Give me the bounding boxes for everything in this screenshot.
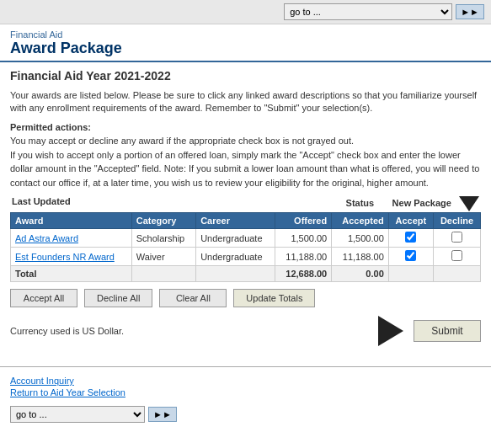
currency-text: Currency used is US Dollar.: [10, 326, 124, 336]
main-content: Financial Aid Year 2021-2022 Your awards…: [0, 62, 491, 361]
th-offered: Offered: [275, 213, 332, 229]
th-career: Career: [196, 213, 275, 229]
top-goto-button[interactable]: ►►: [456, 4, 484, 19]
cell-total-label: Total: [11, 266, 132, 282]
th-category: Category: [131, 213, 195, 229]
permitted-text1: You may accept or decline any award if t…: [10, 136, 354, 146]
cell-accept-checkbox: [388, 248, 433, 266]
col-headers-wrapper: Last Updated Status New Package: [10, 196, 481, 211]
page-header: Financial Aid Award Package: [0, 24, 491, 62]
col-header-status-new: Status New Package: [346, 196, 479, 211]
aid-year-title: Financial Aid Year 2021-2022: [10, 69, 481, 83]
clear-all-button[interactable]: Clear All: [159, 289, 227, 307]
account-inquiry-link[interactable]: Account Inquiry: [10, 376, 481, 386]
cell-offered: 11,188.00: [275, 248, 332, 266]
cell-career: Undergraduate: [196, 229, 275, 248]
update-totals-button[interactable]: Update Totals: [233, 289, 315, 307]
decline-checkbox-0[interactable]: [451, 232, 462, 243]
arrow-down-icon: [459, 196, 479, 211]
th-accept: Accept: [388, 213, 433, 229]
accept-checkbox-0[interactable]: [405, 232, 416, 243]
bottom-goto-button[interactable]: ►►: [148, 407, 177, 422]
section-label: Financial Aid: [10, 29, 481, 40]
accept-all-button[interactable]: Accept All: [10, 289, 77, 307]
cell-accepted: 11,188.00: [332, 248, 389, 266]
permitted-text2: If you wish to accept only a portion of …: [10, 150, 479, 188]
decline-checkbox-1[interactable]: [451, 250, 462, 261]
top-goto-select[interactable]: go to ...: [284, 3, 452, 20]
cell-total-career: [196, 266, 275, 282]
cell-total-accept-chk: [388, 266, 433, 282]
submit-button[interactable]: Submit: [414, 320, 481, 342]
awards-table: Award Category Career Offered Accepted A…: [10, 212, 481, 282]
th-decline: Decline: [433, 213, 480, 229]
col-header-last-updated: Last Updated: [12, 196, 71, 211]
th-award: Award: [11, 213, 132, 229]
award-link-1[interactable]: Est Founders NR Award: [15, 252, 115, 262]
page-title: Award Package: [10, 40, 481, 57]
total-row: Total 12,688.00 0.00: [11, 266, 481, 282]
cell-total-cat: [131, 266, 195, 282]
bottom-goto-select[interactable]: go to ...: [10, 406, 145, 423]
award-link-0[interactable]: Ad Astra Award: [15, 233, 78, 243]
divider: [0, 366, 491, 367]
currency-row: Currency used is US Dollar. Submit: [10, 316, 481, 346]
table-row: Ad Astra AwardScholarshipUndergraduate1,…: [11, 229, 481, 248]
permitted-label: Permitted actions:: [10, 122, 91, 132]
cell-career: Undergraduate: [196, 248, 275, 266]
goto-arrow-icon: ►►: [461, 7, 479, 17]
decline-all-button[interactable]: Decline All: [84, 289, 152, 307]
cell-category: Waiver: [131, 248, 195, 266]
submit-area: Submit: [378, 316, 481, 346]
col-header-new-package: New Package: [392, 198, 451, 208]
bottom-goto-arrow-icon: ►►: [153, 409, 172, 419]
col-header-status: Status: [346, 198, 375, 208]
accept-checkbox-1[interactable]: [405, 250, 416, 261]
table-row: Est Founders NR AwardWaiverUndergraduate…: [11, 248, 481, 266]
cell-total-accepted: 0.00: [332, 266, 389, 282]
cell-total-decline-chk: [433, 266, 480, 282]
footer-links: Account Inquiry Return to Aid Year Selec…: [0, 372, 491, 403]
cell-decline-checkbox: [433, 229, 480, 248]
action-buttons: Accept All Decline All Clear All Update …: [10, 289, 481, 307]
top-nav: go to ... ►►: [0, 0, 491, 24]
description-text: Your awards are listed below. Please be …: [10, 89, 481, 115]
cell-offered: 1,500.00: [275, 229, 332, 248]
permitted-section: Permitted actions: You may accept or dec…: [10, 120, 481, 190]
arrow-right-icon: [378, 316, 403, 346]
cell-category: Scholarship: [131, 229, 195, 248]
cell-decline-checkbox: [433, 248, 480, 266]
th-accepted: Accepted: [332, 213, 389, 229]
cell-total-offered: 12,688.00: [275, 266, 332, 282]
return-to-aid-year-link[interactable]: Return to Aid Year Selection: [10, 387, 481, 397]
bottom-nav: go to ... ►►: [0, 403, 491, 426]
cell-accepted: 1,500.00: [332, 229, 389, 248]
cell-accept-checkbox: [388, 229, 433, 248]
